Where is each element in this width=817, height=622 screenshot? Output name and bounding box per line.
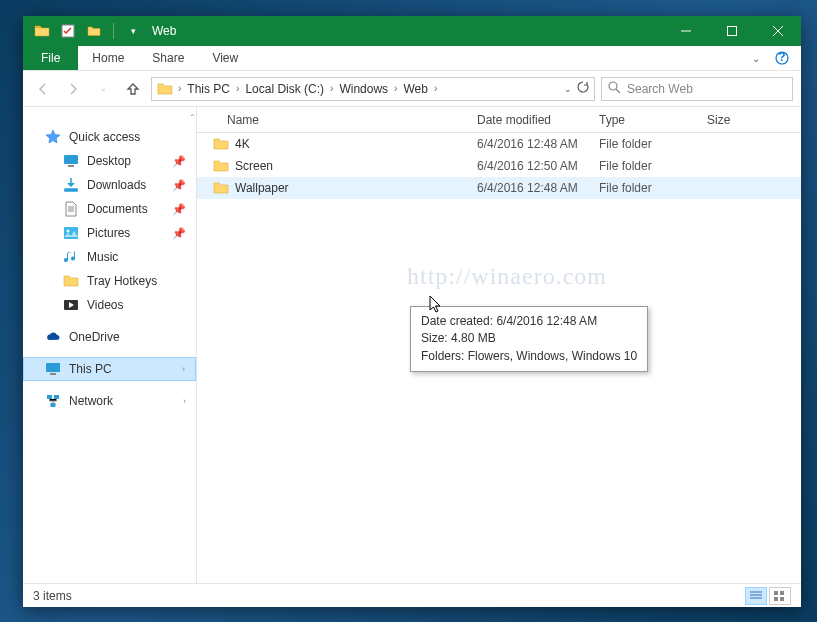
- maximize-button[interactable]: [709, 16, 755, 46]
- folder-icon: [31, 20, 53, 42]
- pin-icon: 📌: [172, 179, 186, 192]
- file-tab[interactable]: File: [23, 46, 78, 70]
- new-folder-icon[interactable]: [83, 20, 105, 42]
- desktop-icon: [63, 153, 79, 169]
- pin-icon: 📌: [172, 227, 186, 240]
- breadcrumb-segment[interactable]: Local Disk (C:): [241, 78, 328, 100]
- tab-share[interactable]: Share: [138, 46, 198, 70]
- chevron-right-icon[interactable]: ›: [328, 83, 335, 94]
- status-bar: 3 items: [23, 583, 801, 607]
- tooltip: Date created: 6/4/2016 12:48 AM Size: 4.…: [410, 306, 648, 372]
- close-button[interactable]: [755, 16, 801, 46]
- breadcrumb-segment[interactable]: Windows: [335, 78, 392, 100]
- column-headers[interactable]: ⌃Name Date modified Type Size: [197, 107, 801, 133]
- explorer-window: ▾ Web File Home Share View ⌄ ?: [23, 16, 801, 607]
- chevron-right-icon[interactable]: ›: [183, 396, 186, 406]
- file-date: 6/4/2016 12:48 AM: [467, 181, 589, 195]
- svg-rect-18: [51, 403, 56, 407]
- svg-line-8: [616, 89, 620, 93]
- sidebar-onedrive[interactable]: OneDrive: [23, 325, 196, 349]
- sidebar-item-documents[interactable]: Documents 📌: [23, 197, 196, 221]
- file-name: 4K: [235, 137, 250, 151]
- documents-icon: [63, 201, 79, 217]
- sidebar-item-downloads[interactable]: Downloads 📌: [23, 173, 196, 197]
- file-row[interactable]: 4K 6/4/2016 12:48 AM File folder: [197, 133, 801, 155]
- folder-icon: [63, 273, 79, 289]
- pin-icon: 📌: [172, 203, 186, 216]
- this-pc-icon: [45, 361, 61, 377]
- svg-rect-24: [774, 597, 778, 601]
- search-placeholder: Search Web: [627, 82, 693, 96]
- properties-icon[interactable]: [57, 20, 79, 42]
- tab-home[interactable]: Home: [78, 46, 138, 70]
- sidebar-network[interactable]: Network ›: [23, 389, 196, 413]
- tooltip-line: Date created: 6/4/2016 12:48 AM: [421, 313, 637, 330]
- sidebar-item-tray-hotkeys[interactable]: Tray Hotkeys: [23, 269, 196, 293]
- chevron-right-icon[interactable]: ›: [392, 83, 399, 94]
- svg-rect-16: [47, 395, 52, 399]
- details-view-button[interactable]: [745, 587, 767, 605]
- sidebar-item-videos[interactable]: Videos: [23, 293, 196, 317]
- expand-ribbon-icon[interactable]: ⌄: [745, 47, 767, 69]
- chevron-right-icon[interactable]: ›: [234, 83, 241, 94]
- sidebar-item-pictures[interactable]: Pictures 📌: [23, 221, 196, 245]
- chevron-right-icon[interactable]: ›: [432, 83, 439, 94]
- file-name: Screen: [235, 159, 273, 173]
- sidebar-this-pc[interactable]: This PC ›: [23, 357, 196, 381]
- chevron-right-icon[interactable]: ›: [182, 364, 185, 374]
- recent-dropdown-icon[interactable]: ⌄: [91, 77, 115, 101]
- back-button[interactable]: [31, 77, 55, 101]
- navigation-pane[interactable]: Quick access Desktop 📌 Downloads 📌 Docum…: [23, 107, 197, 583]
- status-text: 3 items: [33, 589, 72, 603]
- minimize-button[interactable]: [663, 16, 709, 46]
- sidebar-quick-access[interactable]: Quick access: [23, 125, 196, 149]
- tab-view[interactable]: View: [198, 46, 252, 70]
- address-dropdown-icon[interactable]: ⌄: [564, 84, 572, 94]
- column-type[interactable]: Type: [589, 113, 697, 127]
- breadcrumb-segment[interactable]: This PC: [183, 78, 234, 100]
- file-date: 6/4/2016 12:50 AM: [467, 159, 589, 173]
- qat-dropdown-icon[interactable]: ▾: [122, 20, 144, 42]
- breadcrumb-segment[interactable]: Web: [399, 78, 431, 100]
- file-row[interactable]: Wallpaper 6/4/2016 12:48 AM File folder: [197, 177, 801, 199]
- sort-asc-icon: ⌃: [189, 113, 196, 122]
- address-bar[interactable]: › This PC › Local Disk (C:) › Windows › …: [151, 77, 595, 101]
- chevron-right-icon[interactable]: ›: [176, 83, 183, 94]
- help-icon[interactable]: ?: [771, 47, 793, 69]
- column-name[interactable]: ⌃Name: [197, 113, 467, 127]
- content-area: Quick access Desktop 📌 Downloads 📌 Docum…: [23, 107, 801, 583]
- svg-text:?: ?: [778, 51, 785, 64]
- folder-icon: [156, 80, 174, 98]
- svg-rect-17: [54, 395, 59, 399]
- svg-rect-25: [780, 597, 784, 601]
- videos-icon: [63, 297, 79, 313]
- up-button[interactable]: [121, 77, 145, 101]
- file-type: File folder: [589, 137, 697, 151]
- svg-rect-22: [774, 591, 778, 595]
- downloads-icon: [63, 177, 79, 193]
- file-row[interactable]: Screen 6/4/2016 12:50 AM File folder: [197, 155, 801, 177]
- file-name: Wallpaper: [235, 181, 289, 195]
- svg-rect-23: [780, 591, 784, 595]
- pin-icon: 📌: [172, 155, 186, 168]
- svg-rect-15: [50, 373, 56, 375]
- tooltip-line: Size: 4.80 MB: [421, 330, 637, 347]
- window-title: Web: [152, 24, 176, 38]
- folder-icon: [213, 180, 229, 196]
- column-size[interactable]: Size: [697, 113, 801, 127]
- tooltip-line: Folders: Flowers, Windows, Windows 10: [421, 348, 637, 365]
- sidebar-item-desktop[interactable]: Desktop 📌: [23, 149, 196, 173]
- search-icon: [608, 81, 621, 97]
- icons-view-button[interactable]: [769, 587, 791, 605]
- forward-button[interactable]: [61, 77, 85, 101]
- column-date[interactable]: Date modified: [467, 113, 589, 127]
- search-input[interactable]: Search Web: [601, 77, 793, 101]
- file-date: 6/4/2016 12:48 AM: [467, 137, 589, 151]
- title-bar[interactable]: ▾ Web: [23, 16, 801, 46]
- ribbon: File Home Share View ⌄ ?: [23, 46, 801, 71]
- window-controls: [663, 16, 801, 46]
- sidebar-item-music[interactable]: Music: [23, 245, 196, 269]
- refresh-icon[interactable]: [576, 80, 590, 97]
- onedrive-icon: [45, 329, 61, 345]
- address-bar-row: ⌄ › This PC › Local Disk (C:) › Windows …: [23, 71, 801, 107]
